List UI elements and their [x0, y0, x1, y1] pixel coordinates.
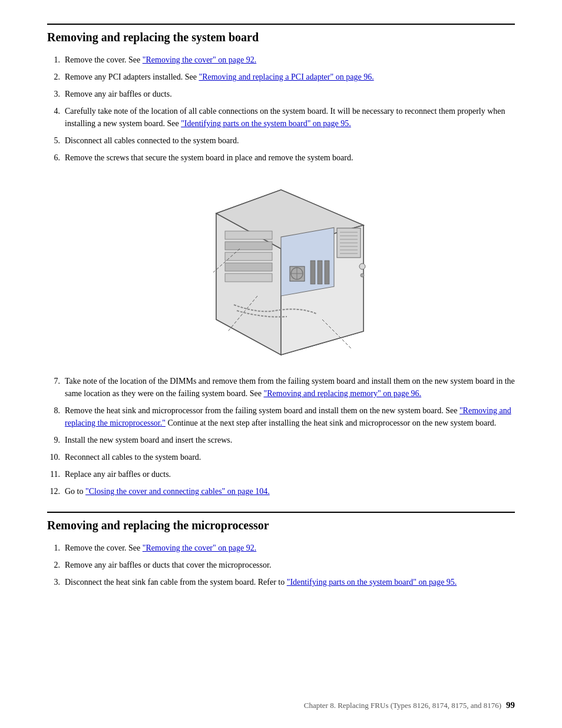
svg-rect-14 — [225, 252, 272, 261]
section1-title: Removing and replacing the system board — [47, 24, 515, 44]
s2-step-3-num: 3. — [47, 576, 65, 588]
svg-rect-6 — [318, 261, 322, 284]
footer-chapter-text: Chapter 8. Replacing FRUs (Types 8126, 8… — [47, 701, 501, 710]
section2: Removing and replacing the microprocesso… — [47, 512, 515, 588]
page: Removing and replacing the system board … — [0, 0, 562, 728]
step-2-num: 2. — [47, 71, 65, 83]
svg-point-25 — [359, 263, 365, 269]
section1: Removing and replacing the system board … — [47, 24, 515, 498]
step-9: 9. Install the new system board and inse… — [47, 434, 515, 446]
step-8-content: Remove the heat sink and microprocessor … — [65, 404, 515, 429]
step-1-num: 1. — [47, 54, 65, 66]
link-identifying-parts-1[interactable]: "Identifying parts on the system board" … — [181, 119, 351, 128]
step-4-num: 4. — [47, 105, 65, 130]
step-2: 2. Remove any PCI adapters installed. Se… — [47, 71, 515, 83]
s2-step-1: 1. Remove the cover. See "Removing the c… — [47, 542, 515, 554]
svg-rect-16 — [225, 274, 272, 282]
section2-steps: 1. Remove the cover. See "Removing the c… — [47, 542, 515, 588]
step-9-content: Install the new system board and insert … — [65, 434, 515, 446]
step-6: 6. Remove the screws that secure the sys… — [47, 151, 515, 164]
section1-steps-before-diagram: 1. Remove the cover. See "Removing the c… — [47, 54, 515, 164]
link-closing-cover[interactable]: "Closing the cover and connecting cables… — [85, 487, 270, 496]
s2-step-2-num: 2. — [47, 559, 65, 571]
link-pci-adapter[interactable]: "Removing and replacing a PCI adapter" o… — [199, 73, 373, 81]
step-5-content: Disconnect all cables connected to the s… — [65, 134, 515, 147]
svg-rect-7 — [325, 261, 329, 284]
step-6-num: 6. — [47, 151, 65, 164]
s2-step-2: 2. Remove any air baffles or ducts that … — [47, 559, 515, 571]
step-11: 11. Replace any air baffles or ducts. — [47, 468, 515, 480]
step-9-num: 9. — [47, 434, 65, 446]
page-footer: Chapter 8. Replacing FRUs (Types 8126, 8… — [0, 700, 562, 710]
svg-rect-13 — [225, 242, 272, 250]
step-2-content: Remove any PCI adapters installed. See "… — [65, 71, 515, 83]
step-10-content: Reconnect all cables to the system board… — [65, 451, 515, 463]
step-5: 5. Disconnect all cables connected to th… — [47, 134, 515, 147]
link-removing-microprocessor[interactable]: "Removing and replacing the microprocess… — [65, 406, 511, 427]
s2-step-1-num: 1. — [47, 542, 65, 554]
step-7-content: Take note of the location of the DIMMs a… — [65, 375, 515, 400]
step-4: 4. Carefully take note of the location o… — [47, 105, 515, 130]
step-5-num: 5. — [47, 134, 65, 147]
step-1: 1. Remove the cover. See "Removing the c… — [47, 54, 515, 66]
link-removing-cover-1[interactable]: "Removing the cover" on page 92. — [143, 55, 256, 64]
step-11-content: Replace any air baffles or ducts. — [65, 468, 515, 480]
step-3-num: 3. — [47, 88, 65, 100]
step-11-num: 11. — [47, 468, 65, 480]
step-8-num: 8. — [47, 404, 65, 429]
link-identifying-parts-2[interactable]: "Identifying parts on the system board" … — [287, 578, 457, 587]
footer-page-number: 99 — [506, 700, 515, 710]
s2-step-2-content: Remove any air baffles or ducts that cov… — [65, 559, 515, 571]
s2-step-3: 3. Disconnect the heat sink fan cable fr… — [47, 576, 515, 588]
step-4-content: Carefully take note of the location of a… — [65, 105, 515, 130]
step-10-num: 10. — [47, 451, 65, 463]
diagram-svg — [181, 178, 381, 361]
s2-step-1-content: Remove the cover. See "Removing the cove… — [65, 542, 515, 554]
step-8: 8. Remove the heat sink and microprocess… — [47, 404, 515, 429]
s2-step-3-content: Disconnect the heat sink fan cable from … — [65, 576, 515, 588]
step-6-content: Remove the screws that secure the system… — [65, 151, 515, 164]
step-7-num: 7. — [47, 375, 65, 400]
link-removing-cover-2[interactable]: "Removing the cover" on page 92. — [143, 543, 256, 552]
section2-title: Removing and replacing the microprocesso… — [47, 512, 515, 532]
step-12: 12. Go to "Closing the cover and connect… — [47, 485, 515, 498]
system-board-diagram — [47, 178, 515, 361]
step-12-num: 12. — [47, 485, 65, 498]
svg-rect-15 — [225, 263, 272, 271]
svg-rect-5 — [310, 261, 315, 284]
step-3-content: Remove any air baffles or ducts. — [65, 88, 515, 100]
step-1-content: Remove the cover. See "Removing the cove… — [65, 54, 515, 66]
link-removing-memory[interactable]: "Removing and replacing memory" on page … — [263, 389, 421, 398]
step-7: 7. Take note of the location of the DIMM… — [47, 375, 515, 400]
svg-rect-12 — [225, 231, 272, 239]
step-3: 3. Remove any air baffles or ducts. — [47, 88, 515, 100]
section1-steps-after-diagram: 7. Take note of the location of the DIMM… — [47, 375, 515, 498]
step-10: 10. Reconnect all cables to the system b… — [47, 451, 515, 463]
step-12-content: Go to "Closing the cover and connecting … — [65, 485, 515, 498]
svg-point-26 — [361, 274, 364, 277]
